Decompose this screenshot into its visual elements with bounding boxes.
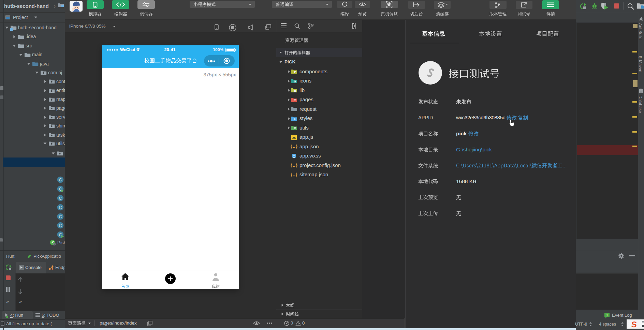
svg-text:C: C — [59, 196, 62, 200]
svg-text:C: C — [59, 178, 62, 182]
svg-text:1: 1 — [606, 313, 608, 317]
svg-text:C: C — [59, 214, 62, 219]
svg-text:C: C — [59, 205, 62, 210]
svg-text:JS: JS — [292, 136, 296, 139]
svg-text:C: C — [59, 223, 62, 228]
